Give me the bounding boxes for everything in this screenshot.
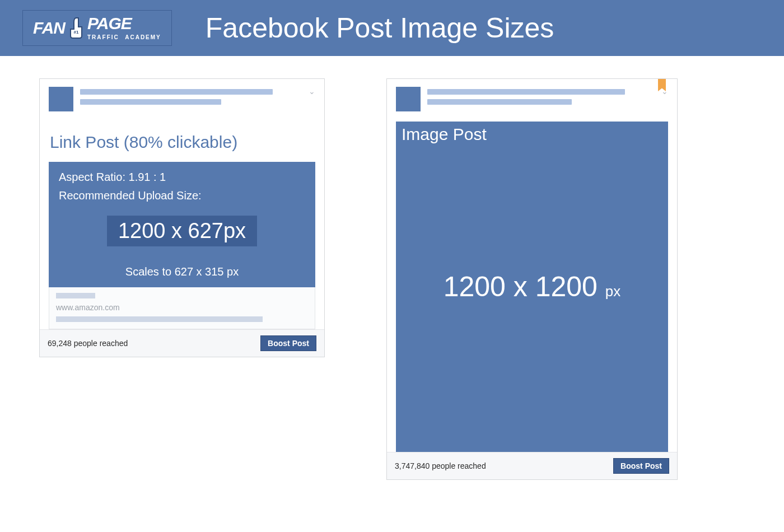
placeholder-line (427, 89, 625, 95)
link-meta-strip: www.amazon.com (49, 287, 315, 329)
image-post-card: ⌄ Image Post 1200 x 1200 px 3,747,840 pe… (386, 78, 678, 480)
image-size: 1200 x 1200 px (444, 270, 621, 303)
logo-right-block: PAGE TRAFFIC ACADEMY (87, 15, 161, 41)
logo-tagline: TRAFFIC ACADEMY (87, 32, 161, 41)
page-title: Facebook Post Image Sizes (206, 12, 554, 44)
avatar-placeholder (396, 87, 421, 111)
recommended-label: Recommended Upload Size: (59, 189, 305, 202)
square-image-region: Image Post 1200 x 1200 px (396, 122, 668, 452)
post-footer: 3,747,840 people reached Boost Post (387, 452, 677, 479)
post-header: ⌄ (396, 87, 668, 111)
placeholder-line (427, 99, 572, 105)
boost-post-button[interactable]: Boost Post (613, 458, 669, 474)
brand-logo: FAN #1 PAGE TRAFFIC ACADEMY (22, 10, 172, 46)
link-domain: www.amazon.com (56, 303, 308, 312)
boost-post-button[interactable]: Boost Post (260, 335, 316, 351)
placeholder-line (80, 99, 221, 105)
post-header: ⌄ (49, 87, 315, 111)
foam-finger-icon: #1 (68, 17, 84, 39)
logo-word-page: PAGE (87, 15, 161, 32)
link-post-title: Link Post (80% clickable) (50, 133, 315, 152)
content-stage: ⌄ Link Post (80% clickable) Aspect Ratio… (0, 56, 784, 502)
logo-word-fan: FAN (33, 18, 65, 38)
link-post-card: ⌄ Link Post (80% clickable) Aspect Ratio… (39, 78, 325, 357)
reach-count: 69,248 people reached (48, 339, 128, 348)
image-size-value: 1200 x 1200 (444, 271, 598, 302)
aspect-ratio: Aspect Ratio: 1.91 : 1 (59, 171, 305, 184)
chevron-down-icon[interactable]: ⌄ (661, 87, 668, 96)
placeholder-line (56, 293, 95, 298)
chevron-down-icon[interactable]: ⌄ (309, 87, 315, 96)
avatar-placeholder (49, 87, 73, 111)
recommended-size: 1200 x 627px (107, 216, 257, 246)
header-text-placeholder (80, 87, 315, 105)
page-header: FAN #1 PAGE TRAFFIC ACADEMY Facebook Pos… (0, 0, 784, 56)
placeholder-line (80, 89, 273, 95)
px-suffix: px (605, 283, 620, 300)
svg-text:#1: #1 (74, 30, 79, 35)
placeholder-line (56, 316, 263, 322)
image-post-title: Image Post (402, 125, 487, 144)
scales-to: Scales to 627 x 315 px (125, 265, 239, 278)
post-footer: 69,248 people reached Boost Post (40, 329, 324, 357)
header-text-placeholder (427, 87, 668, 105)
link-image-region: Aspect Ratio: 1.91 : 1 Recommended Uploa… (49, 162, 315, 287)
reach-count: 3,747,840 people reached (395, 461, 486, 470)
